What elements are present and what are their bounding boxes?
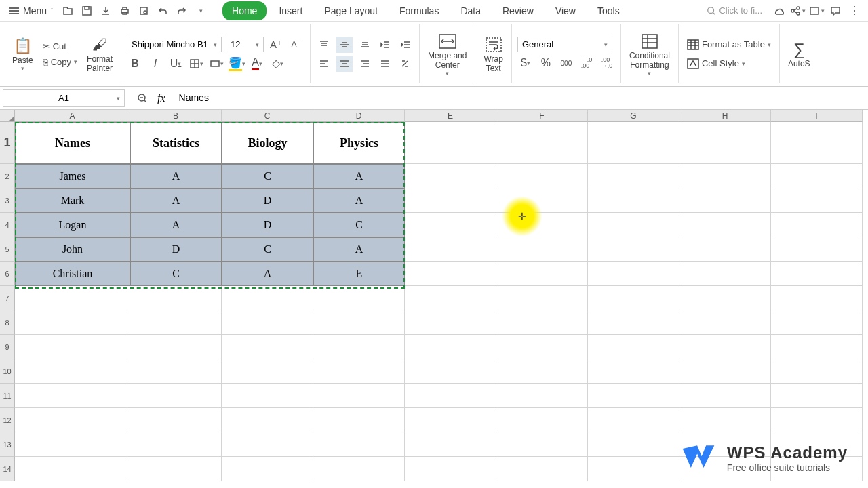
cell[interactable]: A <box>130 164 222 188</box>
cell[interactable] <box>405 457 496 481</box>
cell[interactable] <box>405 335 496 359</box>
increase-decimal-icon[interactable]: ←.0.00 <box>578 55 595 71</box>
cell[interactable] <box>405 359 496 384</box>
cell[interactable]: C <box>313 213 405 237</box>
row-header[interactable]: 4 <box>0 213 15 237</box>
cell[interactable] <box>15 384 130 408</box>
cell[interactable] <box>15 310 130 335</box>
cell[interactable] <box>496 384 588 408</box>
cell[interactable] <box>222 432 313 457</box>
tab-formulas[interactable]: Formulas <box>390 1 448 20</box>
cell[interactable] <box>15 359 130 384</box>
cell[interactable] <box>130 335 222 359</box>
row-header[interactable]: 12 <box>0 408 15 432</box>
undo-icon[interactable] <box>155 3 171 19</box>
export-icon[interactable] <box>98 3 114 19</box>
menu-button[interactable]: Menu ˇ <box>5 3 57 19</box>
merge-cells-button[interactable]: ▾ <box>208 56 224 72</box>
row-header[interactable]: 14 <box>0 457 15 481</box>
cell[interactable] <box>405 262 496 286</box>
fill-color-button[interactable]: 🪣▾ <box>229 56 245 72</box>
cell[interactable]: Names <box>15 122 130 164</box>
align-bottom-icon[interactable] <box>357 37 373 53</box>
cell[interactable] <box>679 384 771 408</box>
more-icon[interactable]: ⋮ <box>846 3 863 19</box>
cell[interactable] <box>15 286 130 310</box>
cell[interactable] <box>496 432 588 457</box>
cell[interactable] <box>679 164 771 188</box>
cell[interactable] <box>679 286 771 310</box>
paste-button[interactable]: 📋 Paste▾ <box>9 34 36 75</box>
orientation-icon[interactable] <box>397 56 414 72</box>
align-right-icon[interactable] <box>357 56 373 72</box>
row-header[interactable]: 6 <box>0 262 15 286</box>
cell[interactable]: Biology <box>222 122 313 164</box>
cell[interactable] <box>679 237 771 262</box>
cell[interactable] <box>313 335 405 359</box>
row-header[interactable]: 9 <box>0 335 15 359</box>
cell[interactable] <box>588 310 679 335</box>
align-top-icon[interactable] <box>316 37 332 53</box>
cell[interactable] <box>679 408 771 432</box>
share-icon[interactable]: ▾ <box>789 3 806 19</box>
cell[interactable]: Mark <box>15 188 130 213</box>
cell[interactable] <box>771 237 863 262</box>
print-icon[interactable] <box>117 3 133 19</box>
cell[interactable] <box>405 188 496 213</box>
cell[interactable] <box>496 457 588 481</box>
cell[interactable] <box>130 384 222 408</box>
italic-button[interactable]: I <box>147 56 163 72</box>
comma-icon[interactable]: 000 <box>558 55 574 71</box>
cell[interactable] <box>771 384 863 408</box>
tab-tools[interactable]: Tools <box>588 1 629 20</box>
align-left-icon[interactable] <box>316 56 332 72</box>
cell[interactable]: A <box>222 262 313 286</box>
cell[interactable]: John <box>15 237 130 262</box>
cell[interactable] <box>405 213 496 237</box>
comment-icon[interactable] <box>827 3 844 19</box>
cell[interactable] <box>405 122 496 164</box>
cell[interactable] <box>588 457 679 481</box>
cell[interactable]: C <box>222 164 313 188</box>
cell[interactable]: D <box>130 237 222 262</box>
qat-dropdown-icon[interactable]: ▾ <box>193 3 209 19</box>
cell[interactable] <box>222 286 313 310</box>
cell[interactable] <box>496 359 588 384</box>
decrease-font-icon[interactable]: A⁻ <box>288 37 304 53</box>
cell[interactable] <box>222 335 313 359</box>
wrap-text-button[interactable]: Wrap Text <box>481 33 505 76</box>
cell[interactable] <box>405 286 496 310</box>
cell[interactable] <box>405 432 496 457</box>
window-icon[interactable]: ▾ <box>808 3 825 19</box>
cell[interactable]: A <box>130 188 222 213</box>
row-header[interactable]: 11 <box>0 384 15 408</box>
open-icon[interactable] <box>60 3 76 19</box>
cell[interactable] <box>496 286 588 310</box>
cell[interactable] <box>588 384 679 408</box>
cell[interactable]: E <box>313 262 405 286</box>
cell[interactable]: Physics <box>313 122 405 164</box>
cell[interactable]: D <box>222 188 313 213</box>
cell[interactable] <box>588 359 679 384</box>
cell[interactable] <box>405 237 496 262</box>
row-header[interactable]: 5 <box>0 237 15 262</box>
col-header[interactable]: H <box>679 110 771 122</box>
cell[interactable]: Statistics <box>130 122 222 164</box>
col-header[interactable]: G <box>588 110 679 122</box>
cell[interactable] <box>771 262 863 286</box>
cell[interactable] <box>588 237 679 262</box>
cell[interactable]: A <box>313 237 405 262</box>
cell[interactable] <box>130 359 222 384</box>
cell[interactable] <box>771 188 863 213</box>
redo-icon[interactable] <box>174 3 190 19</box>
formula-input[interactable]: Names <box>172 92 868 104</box>
cell[interactable]: James <box>15 164 130 188</box>
cell[interactable]: Logan <box>15 213 130 237</box>
cell[interactable] <box>588 188 679 213</box>
cell[interactable] <box>313 384 405 408</box>
cell[interactable] <box>222 310 313 335</box>
cell[interactable] <box>771 286 863 310</box>
tab-data[interactable]: Data <box>451 1 490 20</box>
cell[interactable] <box>679 335 771 359</box>
col-header[interactable]: E <box>405 110 496 122</box>
